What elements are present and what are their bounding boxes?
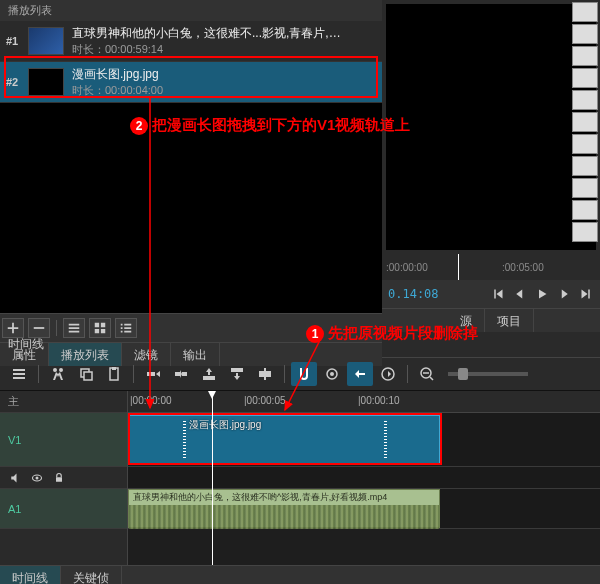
timeline-toolbar (0, 357, 600, 391)
zoom-slider[interactable] (448, 372, 528, 376)
split-button[interactable] (252, 362, 278, 386)
audio-clip[interactable]: 直球男神和他的小白兔，这很难不哟^影视,青春片,好看视频.mp4 (128, 489, 440, 528)
video-clip[interactable]: 漫画长图.jpg.jpg (128, 415, 440, 464)
track-audio-controls (0, 467, 127, 489)
tab-project[interactable]: 项目 (485, 309, 534, 332)
tab-timeline[interactable]: 时间线 (0, 566, 61, 584)
next-frame-button[interactable] (556, 286, 572, 302)
svg-rect-4 (259, 371, 264, 377)
ruler-tick: :00:05:00 (502, 262, 544, 273)
playlist-controls (0, 313, 382, 342)
track-a1[interactable]: 直球男神和他的小白兔，这很难不哟^影视,青春片,好看视频.mp4 (128, 489, 600, 529)
item-number: #2 (6, 76, 28, 88)
list-view-button[interactable] (63, 318, 85, 338)
clip-label: 漫画长图.jpg.jpg (189, 418, 261, 432)
timeline-ruler[interactable]: |00:00:00 |00:00:05 |00:00:10 (128, 391, 600, 413)
thumb[interactable] (572, 2, 598, 22)
svg-rect-6 (264, 368, 266, 380)
play-button[interactable] (534, 286, 550, 302)
ruler-label: |00:00:05 (244, 395, 286, 406)
ruler-label: |00:00:00 (130, 395, 172, 406)
copy-button[interactable] (73, 362, 99, 386)
svg-point-12 (36, 476, 39, 479)
audio-clip-title: 直球男神和他的小白兔，这很难不哟^影视,青春片,好看视频.mp4 (129, 490, 439, 505)
track-head-main: 主 (0, 391, 127, 413)
thumb[interactable] (572, 68, 598, 88)
thumb[interactable] (572, 156, 598, 176)
item-title: 直球男神和他的小白兔，这很难不...影视,青春片,好看视频.mp4 (72, 25, 352, 42)
scrub-button[interactable] (319, 362, 345, 386)
track-v1[interactable]: 漫画长图.jpg.jpg (128, 413, 600, 467)
eye-icon[interactable] (30, 471, 44, 485)
preview-thumbnails (570, 0, 600, 260)
item-thumbnail (28, 27, 64, 55)
overwrite-button[interactable] (224, 362, 250, 386)
svg-point-8 (330, 372, 334, 376)
transport-controls: 0.14:08 (382, 280, 600, 308)
tab-source[interactable]: 源 (448, 309, 485, 332)
options-button[interactable] (115, 318, 137, 338)
preview-ruler[interactable]: :00:00:00 :00:05:00 (382, 254, 600, 280)
svg-rect-3 (112, 367, 116, 370)
item-number: #1 (6, 35, 28, 47)
svg-rect-13 (56, 477, 62, 482)
skip-end-button[interactable] (578, 286, 594, 302)
item-duration: 时长：00:00:59:14 (72, 42, 376, 57)
ruler-tick: :00:00:00 (386, 262, 428, 273)
grid-view-button[interactable] (89, 318, 111, 338)
remove-button[interactable] (28, 318, 50, 338)
track-head-a1[interactable]: A1 (0, 489, 127, 529)
preview-viewport[interactable] (386, 4, 596, 250)
lift-button[interactable] (196, 362, 222, 386)
thumb[interactable] (572, 112, 598, 132)
tab-keyframes[interactable]: 关键侦 (61, 566, 122, 584)
cut-button[interactable] (45, 362, 71, 386)
snap-button[interactable] (291, 362, 317, 386)
playlist-item[interactable]: #1 直球男神和他的小白兔，这很难不...影视,青春片,好看视频.mp4 时长：… (0, 21, 382, 62)
ripple-all-button[interactable] (375, 362, 401, 386)
lock-icon[interactable] (52, 471, 66, 485)
paste-button[interactable] (101, 362, 127, 386)
thumb[interactable] (572, 222, 598, 242)
bottom-tabs: 时间线 关键侦 (0, 565, 600, 584)
ripple-delete-button[interactable] (168, 362, 194, 386)
ruler-label: |00:00:10 (358, 395, 400, 406)
menu-button[interactable] (6, 362, 32, 386)
item-title: 漫画长图.jpg.jpg (72, 66, 352, 83)
waveform (129, 505, 439, 529)
thumb[interactable] (572, 178, 598, 198)
prev-frame-button[interactable] (512, 286, 528, 302)
thumb[interactable] (572, 90, 598, 110)
svg-rect-1 (84, 372, 92, 380)
track-head-v1[interactable]: V1 (0, 413, 127, 467)
add-button[interactable] (2, 318, 24, 338)
playhead[interactable] (212, 391, 213, 565)
preview-tabs: 源 项目 (382, 308, 600, 332)
timecode-display: 0.14:08 (388, 287, 439, 301)
thumb[interactable] (572, 24, 598, 44)
speaker-icon[interactable] (8, 471, 22, 485)
skip-start-button[interactable] (490, 286, 506, 302)
append-button[interactable] (140, 362, 166, 386)
thumb[interactable] (572, 134, 598, 154)
playlist-item-selected[interactable]: #2 漫画长图.jpg.jpg 时长：00:00:04:00 (0, 62, 382, 103)
thumb[interactable] (572, 46, 598, 66)
thumb[interactable] (572, 200, 598, 220)
track-spacer (128, 467, 600, 489)
ripple-button[interactable] (347, 362, 373, 386)
playlist-header: 播放列表 (0, 0, 382, 21)
item-thumbnail (28, 68, 64, 96)
zoom-out-button[interactable] (414, 362, 440, 386)
item-duration: 时长：00:00:04:00 (72, 83, 376, 98)
svg-rect-5 (266, 371, 271, 377)
playlist-empty-area (0, 103, 382, 313)
